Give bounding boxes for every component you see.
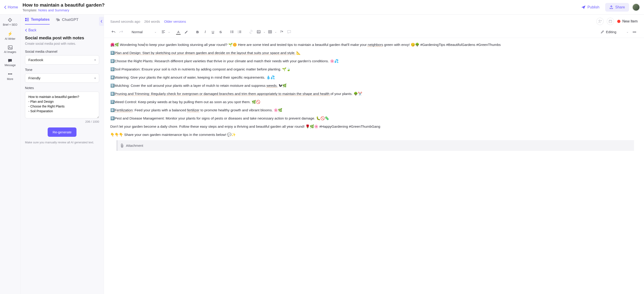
paragraph[interactable]: 8️⃣Fertilization: Feed your plants with … bbox=[110, 108, 638, 113]
svg-rect-9 bbox=[27, 21, 29, 21]
image-icon bbox=[8, 46, 12, 50]
redo-button[interactable] bbox=[118, 29, 124, 35]
strikethrough-button[interactable]: S bbox=[218, 29, 224, 35]
home-link[interactable]: Home bbox=[4, 5, 18, 10]
rail-label: More bbox=[7, 78, 13, 81]
chat-icon bbox=[56, 18, 60, 22]
paragraph[interactable]: 2️⃣Choose the Right Plants: Research dif… bbox=[110, 58, 638, 64]
editor-top-actions: New Item bbox=[596, 18, 638, 25]
paragraph[interactable]: 👇👇👇 Share your own garden maintenance ti… bbox=[110, 132, 638, 137]
tab-label: Templates bbox=[31, 17, 50, 22]
rail-ai-images[interactable]: AI Images bbox=[4, 46, 16, 54]
older-versions-link[interactable]: Older versions bbox=[164, 20, 186, 24]
upload-icon bbox=[609, 5, 613, 9]
back-link[interactable]: Back bbox=[25, 28, 99, 32]
tone-value: Friendly bbox=[28, 76, 40, 80]
tab-templates[interactable]: Templates bbox=[25, 17, 50, 25]
avatar[interactable] bbox=[632, 4, 640, 11]
rail-message[interactable]: Message bbox=[4, 59, 16, 67]
clear-formatting-button[interactable]: T bbox=[278, 29, 284, 35]
attachment-label: Attachment bbox=[126, 143, 143, 148]
saved-text: Saved seconds ago bbox=[110, 20, 140, 24]
schedule-button[interactable] bbox=[607, 18, 614, 25]
dots-icon: ••• bbox=[8, 72, 12, 77]
template-prefix: Template: bbox=[22, 8, 38, 12]
topbar: Home How to maintain a beautiful garden?… bbox=[0, 0, 644, 15]
left-rail: Brief + SEO ⚡ AI Writer AI Images Messag… bbox=[0, 15, 20, 294]
paragraph[interactable]: 1️⃣Plan and Design: Start by sketching o… bbox=[110, 50, 638, 56]
editor-area: Saved seconds ago 264 words Older versio… bbox=[104, 15, 644, 294]
chevron-down-icon: ⌄ bbox=[274, 30, 277, 33]
notes-textarea[interactable] bbox=[25, 92, 99, 118]
svg-rect-6 bbox=[27, 19, 29, 19]
add-collaborator-button[interactable] bbox=[596, 18, 604, 25]
document-title[interactable]: How to maintain a beautiful garden? bbox=[22, 2, 578, 8]
editing-mode-select[interactable]: Editing ⌄ bbox=[601, 30, 628, 34]
attachment-bar[interactable]: Attachment bbox=[117, 140, 634, 151]
highlight-button[interactable] bbox=[183, 29, 189, 35]
tone-select[interactable]: Friendly ▾ bbox=[25, 73, 99, 83]
collapse-panel-button[interactable] bbox=[99, 17, 104, 26]
channel-value: Facebook bbox=[28, 58, 43, 62]
svg-point-1 bbox=[10, 20, 10, 21]
align-button[interactable] bbox=[160, 29, 166, 35]
chevron-left-icon bbox=[4, 6, 6, 9]
share-button[interactable]: Share bbox=[605, 3, 629, 12]
back-label: Back bbox=[28, 28, 36, 32]
paragraph[interactable]: Don't let your garden become a daily cho… bbox=[110, 124, 638, 129]
panel-tabs: Templates ChatGPT bbox=[25, 17, 99, 25]
paragraph[interactable]: 7️⃣Weed Control: Keep pesky weeds at bay… bbox=[110, 99, 638, 105]
rail-label: AI Images bbox=[4, 51, 16, 54]
regenerate-button[interactable]: Re-generate bbox=[48, 127, 76, 137]
more-button[interactable]: ••• bbox=[631, 29, 638, 35]
editor-toolbar: Normal ⌄ ⌄ A B I U S 123 bbox=[104, 27, 644, 38]
svg-point-10 bbox=[599, 20, 600, 21]
document-body[interactable]: 🌺🌿 Wondering how to keep your garden loo… bbox=[104, 38, 644, 294]
paragraph[interactable]: 4️⃣Watering: Give your plants the right … bbox=[110, 75, 638, 80]
template-link[interactable]: Notes and Summary bbox=[38, 8, 70, 12]
comment-button[interactable] bbox=[286, 29, 292, 35]
paragraph[interactable]: 3️⃣Soil Preparation: Ensure your soil is… bbox=[110, 67, 638, 72]
target-icon bbox=[8, 18, 12, 22]
save-info: Saved seconds ago 264 words Older versio… bbox=[110, 20, 186, 24]
svg-text:3: 3 bbox=[238, 33, 238, 33]
share-label: Share bbox=[615, 5, 625, 9]
undo-button[interactable] bbox=[110, 29, 117, 35]
paragraph-style-select[interactable]: Normal ⌄ bbox=[129, 30, 159, 34]
paragraph[interactable]: 🌺🌿 Wondering how to keep your garden loo… bbox=[110, 42, 638, 48]
new-item-status[interactable]: New Item bbox=[617, 19, 638, 24]
rail-brief-seo[interactable]: Brief + SEO bbox=[3, 18, 18, 26]
numbered-list-button[interactable]: 123 bbox=[236, 29, 243, 35]
style-value: Normal bbox=[132, 30, 142, 34]
chevron-down-icon: ⌄ bbox=[154, 30, 156, 33]
svg-point-19 bbox=[258, 31, 258, 32]
rail-more[interactable]: ••• More bbox=[7, 72, 13, 81]
top-actions: Publish Share bbox=[578, 3, 640, 12]
svg-rect-20 bbox=[268, 31, 272, 33]
paperclip-icon bbox=[120, 144, 124, 148]
underline-button[interactable]: U bbox=[210, 29, 216, 35]
svg-point-3 bbox=[9, 47, 10, 47]
panel-subtitle: Create social media post with notes. bbox=[25, 42, 99, 46]
panel-title: Social media post with notes bbox=[25, 36, 99, 41]
insert-table-button[interactable] bbox=[267, 29, 273, 35]
publish-button[interactable]: Publish bbox=[578, 4, 602, 11]
italic-button[interactable]: I bbox=[202, 29, 208, 35]
text-color-button[interactable]: A bbox=[175, 29, 182, 35]
chevron-down-icon: ▾ bbox=[94, 58, 96, 62]
chat-icon bbox=[8, 59, 12, 63]
tone-label: Tone bbox=[25, 68, 99, 72]
paragraph[interactable]: 9️⃣Pest and Disease Management: Monitor … bbox=[110, 116, 638, 121]
paragraph[interactable]: 6️⃣Pruning and Trimming: Regularly check… bbox=[110, 91, 638, 97]
chevron-down-icon: ▾ bbox=[94, 77, 96, 80]
tab-chatgpt[interactable]: ChatGPT bbox=[56, 17, 78, 25]
bold-button[interactable]: B bbox=[194, 29, 200, 35]
link-button[interactable] bbox=[248, 29, 254, 35]
chevron-down-icon: ⌄ bbox=[263, 30, 266, 33]
paragraph[interactable]: 5️⃣Mulching: Cover the soil around your … bbox=[110, 83, 638, 88]
rail-ai-writer[interactable]: ⚡ AI Writer bbox=[5, 31, 15, 41]
insert-image-button[interactable] bbox=[256, 29, 262, 35]
channel-select[interactable]: Facebook ▾ bbox=[25, 55, 99, 65]
notes-label: Notes bbox=[25, 86, 99, 90]
bullet-list-button[interactable] bbox=[229, 29, 235, 35]
